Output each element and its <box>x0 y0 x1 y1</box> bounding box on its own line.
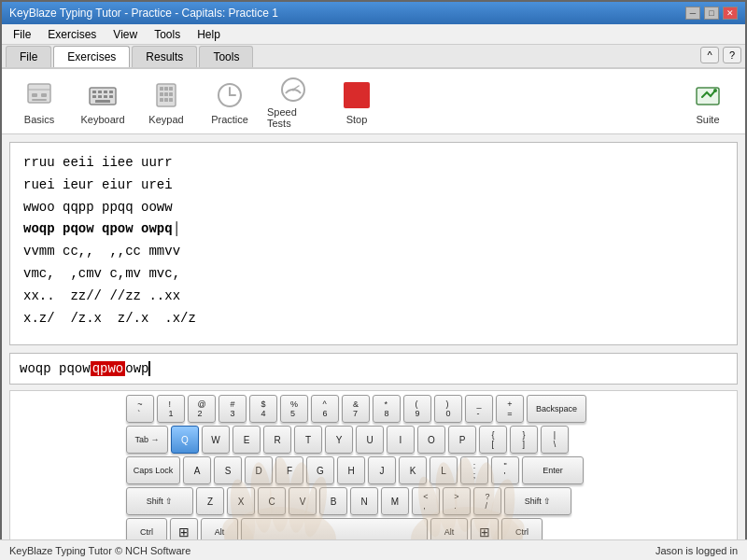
key-4[interactable]: $4 <box>249 395 277 423</box>
key-a[interactable]: A <box>183 456 211 484</box>
key-equal[interactable]: += <box>496 395 524 423</box>
key-v[interactable]: V <box>289 487 317 515</box>
caret-button[interactable]: ^ <box>700 47 719 63</box>
key-s[interactable]: S <box>214 456 242 484</box>
tab-right-controls: ^ ? <box>700 47 741 67</box>
key-comma[interactable]: <, <box>412 487 440 515</box>
stop-icon <box>340 78 374 112</box>
menu-view[interactable]: View <box>106 26 145 43</box>
key-p[interactable]: P <box>448 426 476 454</box>
help-button[interactable]: ? <box>723 47 741 63</box>
basics-button[interactable]: Basics <box>9 74 69 130</box>
key-3[interactable]: #3 <box>218 395 247 423</box>
status-bar: KeyBlaze Typing Tutor © NCH Software Jas… <box>0 539 747 560</box>
minimize-button[interactable]: ─ <box>685 7 700 20</box>
speed-tests-button[interactable]: Speed Tests <box>263 74 323 130</box>
menu-bar: File Exercises View Tools Help <box>2 24 745 45</box>
key-slash[interactable]: ?/ <box>473 487 501 515</box>
keyboard-row-3: Caps Lock A S D F G H J K L :; "' Enter <box>126 456 621 484</box>
tab-results[interactable]: Results <box>132 46 197 67</box>
key-k[interactable]: K <box>399 456 427 484</box>
key-backtick[interactable]: ~` <box>126 395 154 423</box>
key-bracket-l[interactable]: {[ <box>479 426 507 454</box>
key-d[interactable]: D <box>245 456 273 484</box>
key-q[interactable]: Q <box>171 426 199 454</box>
key-tab[interactable]: Tab → <box>126 426 168 454</box>
svg-point-28 <box>292 88 295 91</box>
keyboard-row-2: Tab → Q W E R T Y U I O P {[ }] |\ <box>126 426 621 454</box>
key-7[interactable]: &7 <box>342 395 370 423</box>
stop-button[interactable]: Stop <box>327 74 387 130</box>
tab-group: File Exercises Results Tools <box>6 46 255 67</box>
key-j[interactable]: J <box>368 456 396 484</box>
practice-icon <box>213 78 247 112</box>
key-w[interactable]: W <box>202 426 230 454</box>
svg-point-30 <box>713 89 717 92</box>
key-x[interactable]: X <box>227 487 255 515</box>
practice-button[interactable]: Practice <box>200 74 260 130</box>
tab-file[interactable]: File <box>6 46 51 67</box>
keyboard-button[interactable]: Keyboard <box>73 74 133 130</box>
close-button[interactable]: ✕ <box>723 7 738 20</box>
practice-label: Practice <box>211 114 248 125</box>
menu-file[interactable]: File <box>6 26 38 43</box>
key-shift-right[interactable]: Shift ⇧ <box>504 487 571 515</box>
keypad-button[interactable]: Keypad <box>136 74 196 130</box>
key-6[interactable]: ^6 <box>311 395 339 423</box>
svg-rect-4 <box>32 99 47 101</box>
key-f[interactable]: F <box>275 456 303 484</box>
key-quote[interactable]: "' <box>491 456 519 484</box>
key-1[interactable]: !1 <box>157 395 185 423</box>
input-area[interactable]: woqp pqow qpwo owp <box>9 353 738 385</box>
tab-tools[interactable]: Tools <box>199 46 253 67</box>
key-o[interactable]: O <box>417 426 445 454</box>
key-z[interactable]: Z <box>196 487 224 515</box>
key-enter[interactable]: Enter <box>522 456 584 484</box>
key-0[interactable]: )0 <box>434 395 462 423</box>
suite-button[interactable]: Suite <box>678 74 738 130</box>
keyboard-row-4: Shift ⇧ Z X C V B N M <, >. ?/ Shift ⇧ <box>126 487 621 515</box>
menu-help[interactable]: Help <box>190 26 228 43</box>
practice-line-8: x.z/ /z.x z/.x .x/z <box>23 308 724 330</box>
basics-icon <box>22 78 56 112</box>
input-correct-text: woqp pqow <box>20 361 91 376</box>
key-shift-left[interactable]: Shift ⇧ <box>126 487 193 515</box>
menu-tools[interactable]: Tools <box>147 26 188 43</box>
status-left: KeyBlaze Typing Tutor © NCH Software <box>9 545 190 556</box>
key-r[interactable]: R <box>263 426 291 454</box>
key-semicolon[interactable]: :; <box>460 456 488 484</box>
key-5[interactable]: %5 <box>280 395 308 423</box>
tab-exercises[interactable]: Exercises <box>53 46 130 67</box>
key-n[interactable]: N <box>350 487 378 515</box>
key-m[interactable]: M <box>381 487 409 515</box>
key-g[interactable]: G <box>306 456 334 484</box>
key-backslash[interactable]: |\ <box>541 426 569 454</box>
key-y[interactable]: Y <box>325 426 353 454</box>
key-9[interactable]: (9 <box>403 395 431 423</box>
maximize-button[interactable]: □ <box>704 7 719 20</box>
key-u[interactable]: U <box>356 426 384 454</box>
key-i[interactable]: I <box>387 426 415 454</box>
svg-rect-18 <box>169 87 173 91</box>
svg-rect-11 <box>98 95 102 98</box>
key-t[interactable]: T <box>294 426 322 454</box>
svg-rect-17 <box>164 87 168 91</box>
menu-exercises[interactable]: Exercises <box>40 26 104 43</box>
speed-tests-label: Speed Tests <box>267 106 319 129</box>
key-h[interactable]: H <box>337 456 365 484</box>
key-backspace[interactable]: Backspace <box>527 395 586 423</box>
key-c[interactable]: C <box>258 487 286 515</box>
practice-line-5: vvmm cc,, ,,cc mmvv <box>23 241 724 263</box>
key-minus[interactable]: _- <box>465 395 493 423</box>
key-l[interactable]: L <box>430 456 458 484</box>
key-e[interactable]: E <box>233 426 261 454</box>
key-capslock[interactable]: Caps Lock <box>126 456 180 484</box>
key-period[interactable]: >. <box>443 487 471 515</box>
key-8[interactable]: *8 <box>373 395 401 423</box>
svg-rect-24 <box>169 98 173 102</box>
key-bracket-r[interactable]: }] <box>510 426 538 454</box>
svg-rect-10 <box>92 95 96 98</box>
key-b[interactable]: B <box>319 487 347 515</box>
input-error-text: qpwo <box>91 361 126 376</box>
key-2[interactable]: @2 <box>188 395 216 423</box>
